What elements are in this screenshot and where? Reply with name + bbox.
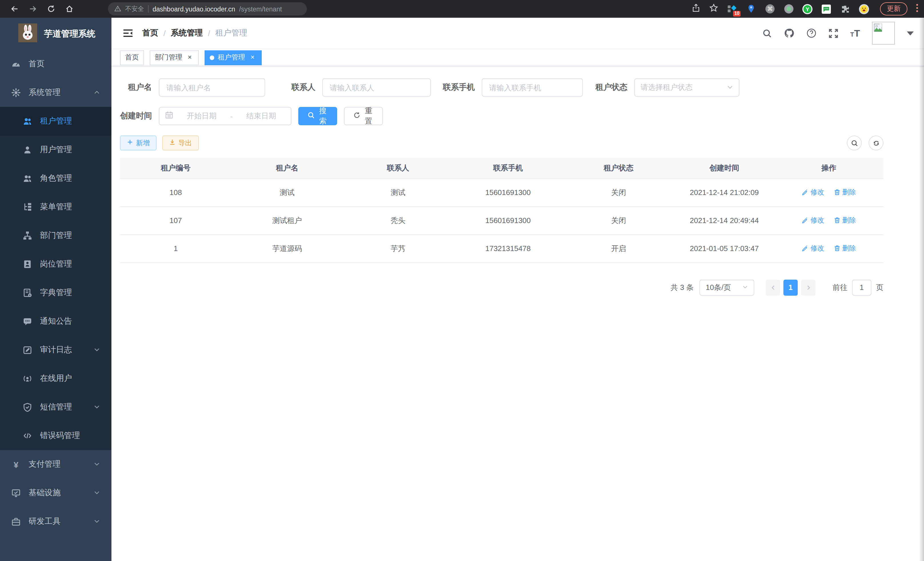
tag-home[interactable]: 首页 [120, 50, 144, 65]
sidebar-item-pay[interactable]: 支付管理 [0, 450, 111, 479]
extension-emoji-icon[interactable] [859, 4, 869, 14]
delete-link[interactable]: 删除 [834, 216, 856, 225]
sidebar-item-devtools[interactable]: 研发工具 [0, 507, 111, 536]
table-row: 108 测试 测试 15601691300 关闭 2021-12-14 21:0… [120, 178, 884, 206]
search-icon[interactable] [762, 28, 772, 38]
extension-messages-icon[interactable] [821, 4, 831, 14]
breadcrumb-current: 租户管理 [215, 28, 248, 38]
sidebar-submenu-system: 租户管理 用户管理 角色管理 菜单管理 部门管理 岗位管理 [0, 107, 111, 450]
search-button[interactable]: 搜索 [298, 107, 337, 125]
chevron-down-icon [94, 488, 100, 498]
top-navbar: 首页 / 系统管理 / 租户管理 [111, 18, 924, 49]
refresh-icon [353, 111, 361, 121]
sidebar-item-dict[interactable]: 字典管理 [0, 278, 111, 307]
gear-icon [11, 88, 21, 97]
column-status: 租户状态 [563, 158, 674, 178]
delete-link[interactable]: 删除 [834, 244, 856, 253]
sidebar-item-error-code[interactable]: 错误码管理 [0, 421, 111, 450]
next-page-button[interactable] [801, 279, 815, 295]
start-date-input[interactable]: 开始日期 [178, 111, 226, 121]
range-separator: - [230, 112, 233, 120]
breadcrumb-system[interactable]: 系统管理 [171, 28, 203, 38]
edit-link[interactable]: 修改 [802, 216, 824, 225]
sidebar-item-audit-log[interactable]: 审计日志 [0, 336, 111, 364]
tag-dept[interactable]: 部门管理 [150, 50, 199, 65]
breadcrumb-separator: / [208, 29, 210, 38]
dropdown-caret-icon[interactable] [907, 31, 914, 35]
help-icon[interactable] [806, 28, 817, 38]
end-date-input[interactable]: 结束日期 [237, 111, 285, 121]
page-number-1[interactable]: 1 [783, 279, 798, 295]
kebab-menu-icon[interactable] [916, 3, 918, 15]
warning-icon [114, 4, 121, 14]
back-icon[interactable] [10, 5, 19, 13]
breadcrumb-home[interactable]: 首页 [142, 28, 158, 38]
yen-icon [11, 460, 21, 469]
sidebar-item-post[interactable]: 岗位管理 [0, 250, 111, 278]
extension-record-icon[interactable] [783, 4, 794, 14]
tag-tenant[interactable]: 租户管理 [205, 50, 262, 65]
tenant-name-input[interactable] [159, 78, 265, 97]
chevron-down-icon [94, 459, 100, 469]
contact-input[interactable] [322, 78, 431, 97]
sidebar-item-menu[interactable]: 菜单管理 [0, 193, 111, 221]
extension-command-icon[interactable]: ⌘ [765, 4, 775, 14]
update-button[interactable]: 更新 [880, 2, 908, 15]
star-icon[interactable] [709, 3, 718, 15]
refresh-table-button[interactable] [868, 135, 884, 150]
font-size-icon[interactable] [850, 28, 860, 38]
sidebar-item-dept[interactable]: 部门管理 [0, 221, 111, 250]
prev-page-button[interactable] [766, 279, 780, 295]
toggle-search-button[interactable] [847, 135, 862, 150]
close-icon[interactable] [249, 53, 256, 62]
forward-icon[interactable] [28, 5, 37, 13]
delete-link[interactable]: 删除 [834, 188, 856, 197]
avatar[interactable] [872, 22, 895, 45]
sidebar-item-notice[interactable]: 通知公告 [0, 307, 111, 336]
reset-button[interactable]: 重置 [344, 107, 383, 125]
home-icon[interactable] [65, 5, 74, 13]
chevron-down-icon [742, 283, 748, 292]
github-icon[interactable] [784, 28, 794, 38]
extension-puzzle-icon[interactable] [840, 4, 850, 14]
sidebar-item-home[interactable]: 首页 [0, 50, 111, 78]
sidebar-item-tenant[interactable]: 租户管理 [0, 107, 111, 135]
sidebar-item-system[interactable]: 系统管理 [0, 78, 111, 107]
goto-page-input[interactable] [852, 279, 872, 295]
app-logo [18, 23, 37, 44]
mobile-input[interactable] [482, 78, 583, 97]
date-range-picker[interactable]: 开始日期 - 结束日期 [159, 107, 291, 125]
page-unit-label: 页 [876, 282, 884, 293]
reload-icon[interactable] [47, 5, 56, 13]
extension-yudao-icon[interactable]: Y [802, 4, 813, 14]
app-logo-row[interactable]: 芋道管理系统 [0, 18, 111, 50]
sidebar-collapse-icon[interactable] [123, 29, 133, 38]
user-icon [23, 145, 32, 154]
create-time-label: 创建时间 [120, 111, 159, 121]
extension-pin-icon[interactable] [746, 4, 756, 14]
address-bar[interactable]: 不安全 dashboard.yudao.iocoder.cn/system/te… [108, 2, 307, 15]
tenant-icon [23, 117, 32, 126]
address-divider [148, 5, 148, 13]
online-user-icon [23, 374, 32, 383]
sidebar-item-role[interactable]: 角色管理 [0, 164, 111, 193]
tags-view: 首页 部门管理 租户管理 [111, 49, 924, 66]
sidebar-item-online-user[interactable]: 在线用户 [0, 364, 111, 393]
tenant-table: 租户编号 租户名 联系人 联系手机 租户状态 创建时间 操作 108 测试 测试 [120, 158, 884, 263]
add-button[interactable]: 新增 [120, 135, 157, 150]
url-host: dashboard.yudao.iocoder.cn [153, 5, 235, 12]
active-tag-dot [210, 55, 214, 60]
sidebar-item-sms[interactable]: 短信管理 [0, 393, 111, 421]
share-icon[interactable] [692, 3, 700, 15]
fullscreen-icon[interactable] [829, 28, 838, 38]
extension-boxes-icon[interactable]: 10 [727, 4, 737, 14]
edit-link[interactable]: 修改 [802, 188, 824, 197]
close-icon[interactable] [186, 53, 194, 62]
edit-link[interactable]: 修改 [802, 244, 824, 253]
export-button[interactable]: 导出 [162, 135, 199, 150]
sidebar-item-infra[interactable]: 基础设施 [0, 479, 111, 507]
sidebar-item-user[interactable]: 用户管理 [0, 135, 111, 164]
page-size-select[interactable]: 10条/页 [699, 279, 754, 295]
status-select[interactable]: 请选择租户状态 [634, 78, 740, 97]
calendar-icon [165, 111, 173, 121]
